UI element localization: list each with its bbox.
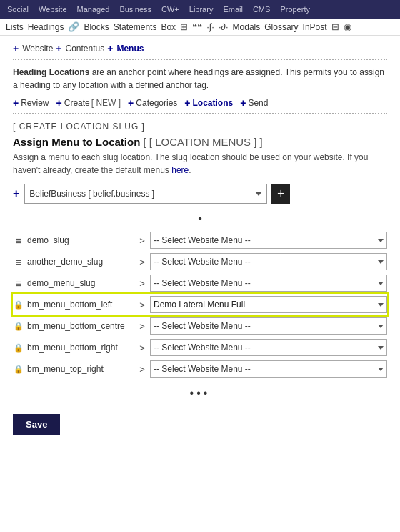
arrow-bm-bottom-right: > [137, 343, 147, 353]
location-menus-label: [ [ LOCATION MENUS ] ] [144, 136, 263, 148]
create-bracket: [ NEW ] [91, 98, 121, 108]
main-content: + Website + Contentus + Menus Heading Lo… [0, 36, 400, 449]
divider-2 [13, 113, 387, 114]
section-nav-create[interactable]: + Create [ NEW ] [56, 97, 121, 109]
locations-label[interactable]: Locations [193, 98, 234, 108]
section-nav-locations[interactable]: + Locations [184, 97, 233, 109]
business-dropdown-row: + BeliefBusiness [ belief.business ] + [13, 184, 387, 204]
menu-select-bm-top-right[interactable]: -- Select Website Menu -- [150, 360, 387, 378]
toolbar-statements[interactable]: Statements [114, 22, 157, 32]
arrow-another-demo-slug: > [137, 257, 147, 267]
nav-managed[interactable]: Managed [74, 5, 113, 14]
toolbar-blocks[interactable]: Blocks [84, 22, 109, 32]
create-location-slug-heading: [ CREATE LOCATION SLUG ] [13, 122, 387, 132]
menu-select-another-demo-slug[interactable]: -- Select Website Menu -- [150, 253, 387, 270]
toolbar-dot2-icon[interactable]: ·∂· [219, 21, 229, 32]
toolbar-inpost[interactable]: InPost [303, 22, 327, 32]
slug-name-another-demo-slug: another_demo_slug [27, 257, 134, 267]
categories-label[interactable]: Categories [136, 98, 177, 108]
toolbar-list2-icon[interactable]: ⊟ [331, 21, 339, 32]
section-nav-send[interactable]: + Send [240, 97, 268, 109]
slug-name-demo-menu-slug: demo_menu_slug [27, 278, 134, 288]
menu-select-bm-bottom-left[interactable]: Demo Lateral Menu Full -- Select Website… [150, 296, 387, 313]
menus-plus-icon[interactable]: + [107, 43, 113, 54]
section-nav-review[interactable]: + Review [13, 97, 49, 109]
create-label[interactable]: Create [64, 98, 90, 108]
slug-row-bm-menu-bottom-right: bm_menu_bottom_right > -- Select Website… [13, 337, 387, 358]
menu-select-bm-bottom-centre[interactable]: -- Select Website Menu -- [150, 317, 387, 335]
review-label[interactable]: Review [21, 98, 49, 108]
top-nav: Social Website Managed Business CW+ Libr… [0, 0, 400, 19]
nav-cms[interactable]: CMS [250, 5, 273, 14]
create-plus-icon: + [56, 97, 62, 109]
nav-library[interactable]: Library [186, 5, 216, 14]
slug-list: demo_slug > -- Select Website Menu -- an… [13, 230, 387, 380]
dot-separator: • [13, 212, 387, 225]
slug-name-bm-bottom-right: bm_menu_bottom_right [27, 343, 134, 353]
default-menus-link[interactable]: here [171, 165, 189, 175]
breadcrumb-nav: + Website + Contentus + Menus [13, 43, 387, 54]
info-section: Heading Locations are an anchor point wh… [13, 66, 387, 92]
arrow-demo-menu-slug: > [137, 278, 147, 289]
slug-row-another-demo-slug: another_demo_slug > -- Select Website Me… [13, 251, 387, 272]
toolbar-grid-icon[interactable]: ⊞ [180, 21, 188, 32]
toolbar-box[interactable]: Box [161, 22, 176, 32]
section-nav-categories[interactable]: + Categories [128, 97, 177, 109]
toolbar-modals[interactable]: Modals [233, 22, 261, 32]
slug-row-demo-slug: demo_slug > -- Select Website Menu -- [13, 230, 387, 251]
toolbar-dot1-icon[interactable]: ·∫· [206, 21, 214, 32]
save-button[interactable]: Save [13, 414, 60, 435]
nav-website-link[interactable]: Website [22, 44, 53, 54]
slug-row-demo-menu-slug: demo_menu_slug > -- Select Website Menu … [13, 272, 387, 294]
nav-menus-link[interactable]: Menus [116, 44, 144, 54]
add-button[interactable]: + [271, 184, 290, 204]
business-select[interactable]: BeliefBusiness [ belief.business ] [24, 184, 267, 204]
menu-select-demo-menu-slug[interactable]: -- Select Website Menu -- [150, 275, 387, 292]
slug-row-bm-menu-bottom-left: bm_menu_bottom_left > Demo Lateral Menu … [13, 294, 387, 315]
nav-business[interactable]: Business [116, 5, 154, 14]
nav-cw[interactable]: CW+ [159, 5, 182, 14]
menu-select-bm-bottom-right[interactable]: -- Select Website Menu -- [150, 339, 387, 356]
slug-name-bm-bottom-left: bm_menu_bottom_left [27, 300, 134, 310]
nav-property[interactable]: Property [277, 5, 313, 14]
send-plus-icon: + [240, 97, 246, 109]
toolbar-link-icon[interactable]: 🔗 [68, 21, 79, 32]
slug-name-demo-slug: demo_slug [27, 235, 134, 245]
categories-plus-icon: + [128, 97, 134, 109]
drag-icon-demo-menu-slug [13, 277, 24, 290]
triple-dot-separator: ••• [13, 387, 387, 400]
send-label[interactable]: Send [248, 98, 268, 108]
toolbar-quote-icon[interactable]: ❝❝ [192, 21, 202, 32]
arrow-bm-bottom-left: > [137, 300, 147, 310]
nav-contentus-link[interactable]: Contentus [66, 44, 105, 54]
contentus-plus-icon[interactable]: + [56, 43, 61, 54]
arrow-bm-top-right: > [137, 364, 147, 375]
website-plus-icon[interactable]: + [13, 43, 19, 54]
section-nav: + Review + Create [ NEW ] + Categories +… [13, 97, 387, 109]
lock-icon-bm-bottom-left [13, 300, 24, 310]
lock-icon-bm-bottom-right [13, 343, 24, 353]
toolbar-headings[interactable]: Headings [28, 22, 64, 32]
toolbar-circle-icon[interactable]: ◉ [344, 21, 351, 32]
nav-website[interactable]: Website [36, 5, 70, 14]
toolbar-glossary[interactable]: Glossary [264, 22, 298, 32]
lock-icon-bm-top-right [13, 365, 24, 374]
locations-plus-icon: + [184, 97, 190, 109]
drag-icon-demo-slug [13, 235, 24, 247]
nav-email[interactable]: Email [220, 5, 246, 14]
heading-locations-label: Heading Locations [13, 67, 89, 77]
toolbar-lists[interactable]: Lists [6, 22, 24, 32]
slug-row-bm-menu-top-right: bm_menu_top_right > -- Select Website Me… [13, 358, 387, 380]
assign-description: Assign a menu to each slug location. The… [13, 151, 387, 177]
toolbar: Lists Headings 🔗 Blocks Statements Box ⊞… [0, 19, 400, 36]
arrow-bm-bottom-centre: > [137, 321, 147, 332]
lock-icon-bm-bottom-centre [13, 322, 24, 331]
nav-social[interactable]: Social [4, 5, 31, 14]
assign-menu-title: Assign Menu to Location [ [ LOCATION MEN… [13, 136, 387, 148]
menu-select-demo-slug[interactable]: -- Select Website Menu -- [150, 232, 387, 249]
slug-name-bm-bottom-centre: bm_menu_bottom_centre [27, 321, 134, 331]
dropdown-plus-icon[interactable]: + [13, 187, 19, 200]
slug-row-bm-menu-bottom-centre: bm_menu_bottom_centre > -- Select Websit… [13, 315, 387, 337]
arrow-demo-slug: > [137, 235, 147, 246]
review-plus-icon: + [13, 97, 19, 109]
